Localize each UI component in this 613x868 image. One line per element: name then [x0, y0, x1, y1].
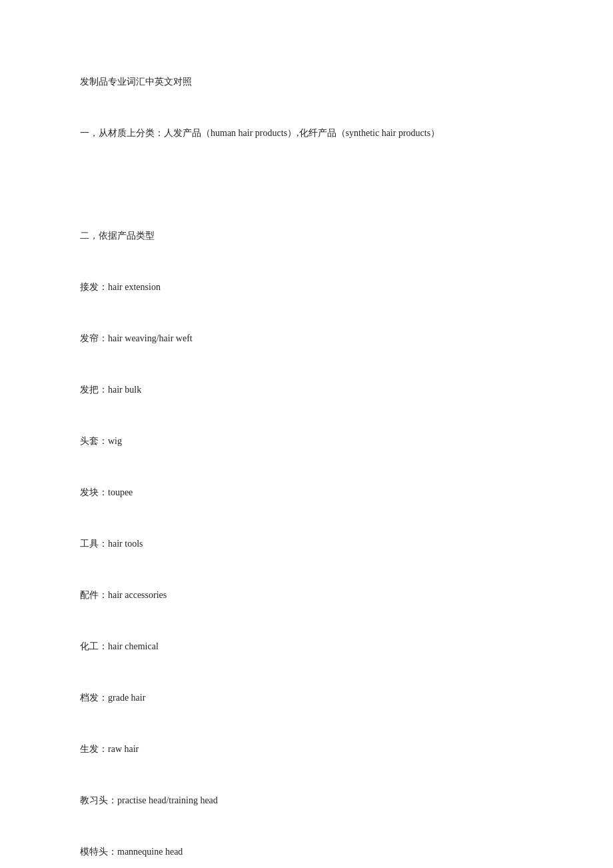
line-faba: 发把：hair bulk — [80, 381, 533, 399]
document-content: 发制品专业词汇中英文对照 一，从材质上分类：人发产品（human hair pr… — [80, 40, 533, 868]
line-huagong: 化工：hair chemical — [80, 638, 533, 656]
line-title: 发制品专业词汇中英文对照 — [80, 73, 533, 91]
line-peijian: 配件：hair accessories — [80, 587, 533, 605]
line-jiaoxitou: 教习头：practise head/training head — [80, 792, 533, 810]
line-fakuai: 发块：toupee — [80, 484, 533, 502]
line-dangfa: 档发：grade hair — [80, 689, 533, 707]
line-shengfa: 生发：raw hair — [80, 741, 533, 759]
line-gongju: 工具：hair tools — [80, 535, 533, 553]
line-blank1 — [80, 176, 533, 194]
line-facurtain: 发帘：hair weaving/hair weft — [80, 330, 533, 348]
line-section1: 一，从材质上分类：人发产品（human hair products）,化纤产品（… — [80, 125, 533, 143]
line-toutao: 头套：wig — [80, 433, 533, 451]
line-section2-title: 二，依据产品类型 — [80, 227, 533, 245]
line-motetu: 模特头：mannequine head — [80, 843, 533, 861]
line-jiefa: 接发：hair extension — [80, 279, 533, 297]
